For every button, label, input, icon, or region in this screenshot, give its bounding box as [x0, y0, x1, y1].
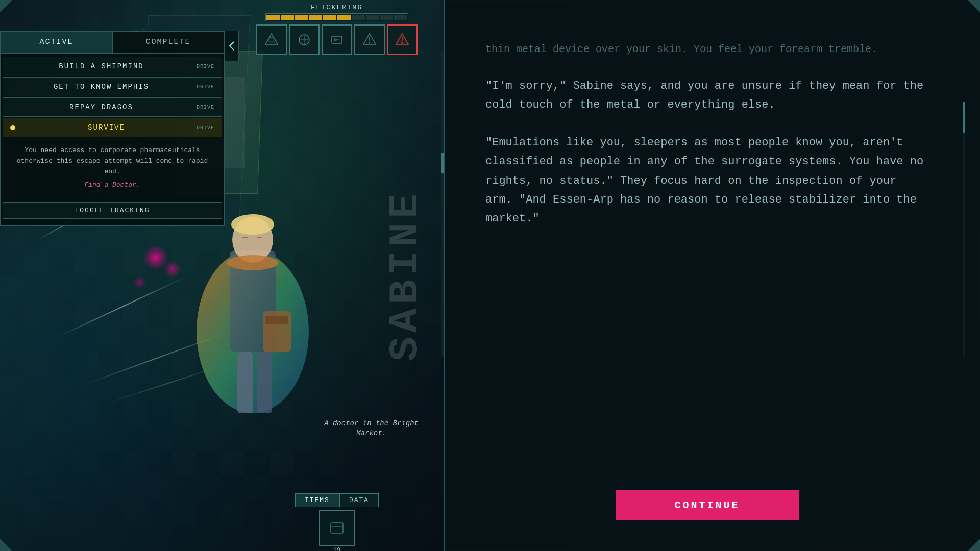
quest-description: You need access to corporate pharmaceuti…: [1, 138, 224, 201]
svg-marker-25: [334, 38, 339, 41]
svg-marker-6: [968, 539, 980, 551]
status-seg-9: [380, 15, 393, 20]
svg-marker-2: [968, 0, 980, 12]
inventory-tabs: ITEMS DATA: [295, 493, 379, 507]
status-seg-10: [394, 15, 407, 20]
status-seg-4: [309, 15, 322, 20]
corner-br: [968, 539, 980, 551]
character-name-watermark: SABINE: [382, 190, 429, 361]
svg-point-14: [227, 255, 278, 270]
continue-button[interactable]: CONTINUE: [616, 490, 799, 520]
dialogue-paragraph-2: "Emulations like you, sleepers as most p…: [485, 133, 929, 229]
bottom-hud: ITEMS DATA 19: [230, 493, 444, 551]
status-seg-3: [295, 15, 308, 20]
dialogue-paragraph-1: "I'm sorry," Sabine says, and you are un…: [485, 77, 929, 115]
status-seg-8: [366, 15, 379, 20]
ability-icon-2[interactable]: [289, 24, 320, 55]
tab-items[interactable]: ITEMS: [295, 493, 339, 507]
quest-item-emphis[interactable]: GET TO KNOW EMPHIS DRIVE: [3, 77, 222, 96]
status-seg-7: [352, 15, 365, 20]
quest-active-dot: [10, 125, 15, 130]
svg-rect-17: [237, 352, 253, 413]
ability-icon-1[interactable]: [256, 24, 287, 55]
svg-marker-0: [0, 0, 12, 12]
corner-bl: [0, 539, 12, 551]
quest-item-dragos[interactable]: REPAY DRAGOS DRIVE: [3, 97, 222, 117]
right-scrollbar[interactable]: [963, 102, 965, 357]
corner-tl: [0, 0, 12, 12]
svg-rect-16: [265, 316, 288, 324]
dialogue-text: thin metal device over your skin. You fe…: [485, 41, 929, 490]
dialogue-faded: thin metal device over your skin. You fe…: [485, 41, 929, 58]
quest-link[interactable]: Find a Doctor.: [9, 180, 216, 191]
center-scrollbar[interactable]: [441, 51, 444, 357]
ability-icon-3[interactable]: [322, 24, 352, 55]
status-seg-2: [281, 15, 294, 20]
tab-active[interactable]: ACTIVE: [1, 31, 112, 53]
center-scrollbar-thumb: [441, 153, 444, 173]
ability-icon-4[interactable]: [354, 24, 385, 55]
svg-point-20: [269, 37, 274, 42]
quest-item-survive[interactable]: SURVIVE DRIVE: [3, 118, 222, 137]
svg-point-11: [231, 214, 274, 235]
svg-marker-19: [265, 34, 278, 44]
ability-icons-container: [256, 24, 418, 55]
top-hud: FLICKERING: [230, 0, 444, 55]
tab-data[interactable]: DATA: [339, 493, 379, 507]
svg-rect-32: [331, 523, 343, 533]
hud-title: FLICKERING: [311, 4, 363, 11]
inventory-area: 19: [319, 510, 355, 546]
doctor-caption: A doctor in the Bright Market.: [324, 419, 419, 439]
ability-icon-5-alert[interactable]: [387, 24, 418, 55]
status-seg-1: [266, 15, 280, 20]
quest-list: BUILD A SHIPMIND DRIVE GET TO KNOW EMPHI…: [1, 54, 224, 225]
svg-point-28: [369, 42, 371, 44]
svg-rect-18: [257, 352, 272, 413]
tab-complete[interactable]: COMPLETE: [112, 31, 224, 53]
right-scrollbar-thumb: [963, 102, 965, 133]
svg-point-31: [401, 42, 403, 44]
inventory-slot-main[interactable]: [319, 510, 355, 546]
dialogue-panel: thin metal device over your skin. You fe…: [444, 0, 980, 551]
inventory-slot-number: 19: [333, 547, 340, 551]
quest-panel: ACTIVE COMPLETE BUILD A SHIPMIND DRIVE G…: [0, 31, 225, 226]
svg-marker-4: [0, 539, 12, 551]
quest-tabs: ACTIVE COMPLETE: [1, 31, 224, 54]
corner-tr: [968, 0, 980, 12]
quest-item-shipmind[interactable]: BUILD A SHIPMIND DRIVE: [3, 57, 222, 76]
status-bar: [265, 13, 408, 21]
status-seg-5: [323, 15, 336, 20]
toggle-tracking-button[interactable]: TOGGLE TRACKING: [3, 202, 222, 219]
status-seg-6: [337, 15, 351, 20]
